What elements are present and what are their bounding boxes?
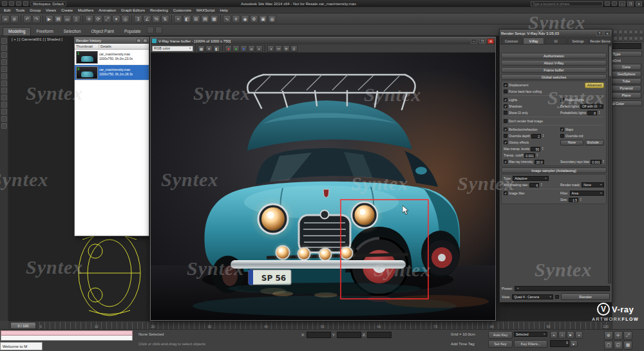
tab-gi[interactable]: GI (545, 37, 566, 44)
advanced-button[interactable]: Advanced (585, 82, 604, 88)
menu-views[interactable]: Views (43, 8, 59, 12)
select-by-name-icon[interactable]: ▤ (54, 15, 62, 23)
render-setup-icon[interactable]: ⚙ (250, 15, 258, 23)
snaps-toggle-icon[interactable]: 3 (134, 15, 142, 23)
menu-customize[interactable]: Customize (171, 8, 194, 12)
render-history-titlebar[interactable]: Render history (75, 37, 149, 44)
close-icon[interactable] (143, 39, 147, 43)
ribbon-tab-modeling[interactable]: Modeling (3, 27, 31, 35)
viewport-tab-icon[interactable] (1, 45, 7, 51)
render-production-icon[interactable]: ◍ (268, 15, 276, 23)
rendered-image[interactable]: SP 56 (151, 53, 495, 320)
scrollbar[interactable] (608, 44, 611, 283)
rollout-frame-buffer[interactable]: Frame buffer (501, 67, 607, 73)
render-setup-titlebar[interactable]: Render Setup: V-Ray Adv 3.05.03 ? ✕ (500, 30, 612, 37)
mirror-icon[interactable]: ◧ (183, 15, 191, 23)
hidden-lights-checkbox[interactable] (560, 98, 564, 102)
override-depth-checkbox[interactable] (504, 134, 507, 138)
set-key-button[interactable]: Set Key (488, 340, 513, 348)
close-button[interactable]: ✕ (636, 1, 642, 6)
minimize-button[interactable]: – (619, 1, 625, 6)
tab-common[interactable]: Common (501, 37, 522, 44)
default-lights-dropdown[interactable]: Off with GI (580, 104, 603, 109)
menu-edit[interactable]: Edit (1, 8, 13, 12)
select-and-scale-icon[interactable]: ⤢ (103, 15, 111, 23)
green-channel-icon[interactable]: ● (232, 45, 240, 52)
ribbon-minimize-icon[interactable] (147, 26, 154, 33)
hierarchy-tab-icon[interactable] (623, 30, 628, 34)
tab-render-elements[interactable]: Render Elements (589, 37, 611, 44)
shapes-icon[interactable] (618, 36, 623, 41)
maxscript-macro-recorder[interactable] (1, 330, 133, 336)
spacewarps-icon[interactable] (639, 36, 643, 41)
maps-checkbox[interactable] (560, 128, 564, 131)
search-icon[interactable] (605, 1, 610, 6)
preset-dropdown[interactable] (515, 286, 610, 291)
close-icon[interactable]: ✕ (604, 31, 611, 36)
zoom-all-icon[interactable]: ✛ (614, 331, 623, 340)
spinner[interactable] (598, 110, 601, 115)
unlink-selection-icon[interactable]: ⊘ (10, 15, 19, 23)
menu-group[interactable]: Group (27, 8, 43, 12)
viewport-tab-icon[interactable] (1, 52, 7, 58)
column-thumbnail[interactable]: Thumbnail (75, 44, 99, 48)
scrollbar-thumb[interactable] (609, 46, 611, 76)
mono-channel-icon[interactable]: ◐ (256, 45, 263, 52)
undo-icon[interactable] (16, 1, 21, 6)
color-correction-icon[interactable]: ◑ (267, 45, 274, 52)
rendered-frame-icon[interactable]: ▣ (259, 15, 267, 23)
tab-settings[interactable]: Settings (567, 37, 589, 44)
render-mask-dropdown[interactable]: None (582, 182, 604, 187)
ribbon-tab-populate[interactable]: Populate (119, 28, 146, 35)
object-type-button-pyramid[interactable]: Pyramid (612, 85, 641, 91)
percent-snap-icon[interactable]: % (152, 15, 160, 23)
reflection-refraction-checkbox[interactable] (504, 128, 507, 131)
viewport-tab-icon[interactable] (1, 116, 7, 122)
cameras-icon[interactable] (629, 36, 633, 41)
restore-button[interactable]: ❐ (627, 1, 634, 6)
viewport-tab-icon[interactable] (1, 59, 7, 65)
rollout-global-switches[interactable]: Global switches (501, 74, 607, 80)
viewport-tab-icon[interactable] (1, 38, 7, 44)
channel-dropdown[interactable]: RGB color (152, 46, 193, 52)
ribbon-tab-freeform[interactable]: Freeform (31, 28, 58, 35)
spinner[interactable] (542, 133, 545, 138)
vfb-titlebar[interactable]: V-Ray frame buffer - [100% of 1000 x 750… (151, 37, 495, 44)
maximize-viewport-icon[interactable]: ▦ (623, 341, 632, 350)
select-and-move-icon[interactable]: ✛ (85, 15, 93, 23)
menu-modifiers[interactable]: Modifiers (75, 8, 96, 12)
current-frame-field[interactable]: 0 (550, 340, 569, 347)
exclude-button[interactable]: Exclude... (585, 140, 604, 146)
max-ray-intensity-value[interactable]: 20.0 (535, 160, 544, 164)
timeline-ruler[interactable]: 0 10 20 30 40 50 60 70 80 90 100 (39, 322, 609, 329)
override-mtl-none-button[interactable]: None (560, 140, 583, 146)
shadows-checkbox[interactable] (504, 104, 507, 108)
object-type-button-geosphere[interactable]: GeoSphere (612, 71, 641, 77)
schematic-view-icon[interactable]: # (232, 15, 240, 23)
helpers-icon[interactable] (634, 36, 638, 41)
material-editor-icon[interactable]: ◉ (241, 15, 249, 23)
lights-icon[interactable] (623, 36, 628, 41)
lock-view-toggle[interactable] (555, 295, 559, 299)
key-filters-button[interactable]: Key Filters... (514, 340, 547, 348)
maxscript-mini-listener[interactable] (1, 336, 133, 341)
go-to-start-button[interactable]: « (550, 331, 558, 339)
filter-dropdown[interactable]: Area (570, 191, 605, 196)
spinner[interactable] (540, 182, 544, 187)
welcome-window-button[interactable]: Welcome to M (0, 342, 43, 350)
play-button[interactable]: ► (567, 331, 574, 339)
go-to-end-button[interactable]: » (575, 331, 583, 339)
viewport-tab-icon[interactable] (1, 102, 7, 108)
key-mode-toggle[interactable]: ▸ (570, 340, 578, 347)
curve-editor-icon[interactable]: ∿ (223, 15, 231, 23)
ribbon-tab-selection[interactable]: Selection (59, 28, 86, 35)
region-render-icon[interactable]: ▭ (275, 45, 282, 52)
spinner[interactable] (580, 197, 583, 202)
viewport-label[interactable]: [ + ] [ Camera001 ] [ Shaded ] (12, 37, 62, 41)
track-mouse-icon[interactable]: ✛ (283, 45, 290, 52)
rollout-name-color[interactable]: Name and Color (612, 100, 642, 106)
utilities-tab-icon[interactable] (639, 30, 643, 34)
maximize-button[interactable]: ❐ (479, 39, 486, 44)
auto-key-button[interactable]: Auto Key (488, 331, 513, 339)
image-filter-checkbox[interactable] (504, 191, 507, 195)
